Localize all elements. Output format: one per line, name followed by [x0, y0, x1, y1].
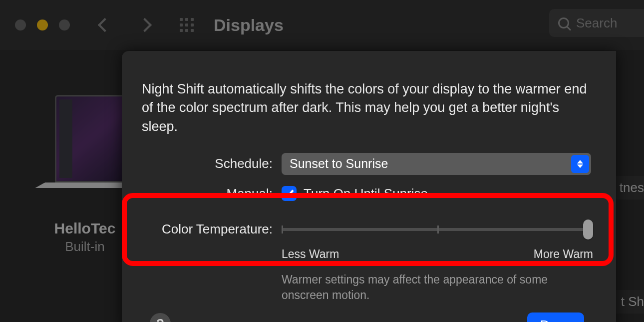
manual-checkbox-label: Turn On Until Sunrise — [304, 186, 428, 202]
slider-max-label: More Warm — [534, 248, 593, 261]
close-window-button[interactable] — [15, 20, 26, 30]
slider-thumb[interactable] — [583, 220, 593, 240]
search-placeholder: Search — [576, 16, 617, 31]
help-icon: ? — [156, 316, 164, 322]
forward-button-icon[interactable] — [138, 18, 152, 32]
schedule-value: Sunset to Sunrise — [290, 156, 388, 171]
color-temperature-footnote: Warmer settings may affect the appearanc… — [282, 272, 591, 303]
window-title: Displays — [214, 16, 284, 35]
search-icon — [558, 18, 569, 28]
schedule-label: Schedule: — [142, 156, 282, 172]
night-shift-sheet: Night Shift automatically shifts the col… — [122, 51, 616, 322]
select-chevrons-icon — [571, 155, 589, 173]
manual-row: Manual: Turn On Until Sunrise — [142, 186, 596, 202]
all-preferences-icon[interactable] — [180, 18, 194, 32]
window-controls — [15, 20, 70, 30]
manual-checkbox[interactable] — [282, 186, 297, 201]
schedule-select[interactable]: Sunset to Sunrise — [282, 153, 591, 175]
minimize-window-button[interactable] — [37, 20, 48, 30]
color-temperature-label: Color Temperature: — [142, 220, 282, 237]
color-temperature-slider[interactable] — [282, 220, 593, 240]
back-button-icon[interactable] — [98, 18, 112, 32]
nav-arrows — [100, 20, 150, 30]
fullscreen-window-button[interactable] — [59, 20, 70, 30]
checkmark-icon — [286, 188, 294, 197]
laptop-thumbnail-icon — [45, 95, 135, 205]
slider-min-label: Less Warm — [282, 248, 339, 261]
display-sidebar: HelloTec Built-in — [45, 95, 125, 254]
search-field[interactable]: Search — [549, 9, 644, 37]
night-shift-description: Night Shift automatically shifts the col… — [142, 80, 596, 136]
background-tab-fragment: tnes — [615, 176, 644, 200]
background-tab-fragment: t Sh — [616, 290, 644, 314]
device-name: HelloTec — [45, 220, 125, 237]
help-button[interactable]: ? — [150, 313, 171, 322]
device-subtitle: Built-in — [45, 239, 125, 254]
color-temperature-row: Color Temperature: Less Warm More Warm — [142, 220, 596, 261]
schedule-row: Schedule: Sunset to Sunrise — [142, 153, 596, 175]
window-titlebar: Displays Search — [0, 0, 644, 50]
manual-label: Manual: — [142, 186, 282, 202]
done-button[interactable]: Done — [527, 312, 584, 322]
